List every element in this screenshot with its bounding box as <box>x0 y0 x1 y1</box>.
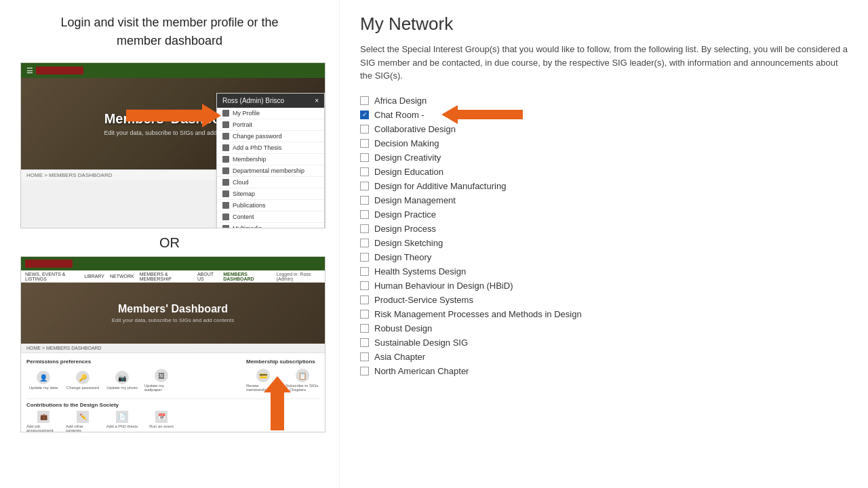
dropdown-user: Ross (Admin) Brisco <box>222 97 284 104</box>
dropdown-close[interactable]: × <box>315 97 319 104</box>
dropdown-item[interactable]: My Profile <box>217 108 324 119</box>
sig-item-process: Design Process <box>360 222 848 236</box>
sig-label-education: Design Education <box>374 167 443 177</box>
run-event-icon: 📅 <box>155 411 167 423</box>
sig-checkbox-robust[interactable] <box>360 324 369 333</box>
sig-checkbox-practice[interactable] <box>360 210 369 219</box>
ss2-nav: NEWS, EVENTS & LISTINGS LIBRARY NETWORK … <box>21 270 325 283</box>
sig-checkbox-theory[interactable] <box>360 253 369 262</box>
ss2-logo <box>25 260 73 268</box>
sig-checkbox-additive[interactable] <box>360 182 369 190</box>
sig-item-sustainable: Sustainable Design SIG <box>360 336 848 350</box>
change-password-icon: 🔑 <box>76 371 90 384</box>
arrow-up <box>264 376 291 430</box>
arrow-right <box>126 104 221 127</box>
screenshot1: ☰ Members' Dashboard Edit your data, sub… <box>20 62 326 228</box>
membership-section-label: Membership subscriptions <box>246 359 319 365</box>
dropdown-item[interactable]: Sitemap <box>217 188 324 200</box>
nav-item[interactable]: LIBRARY <box>84 274 104 279</box>
arrow-up-container <box>264 376 291 430</box>
hamburger-icon: ☰ <box>26 66 33 75</box>
icon-update-data[interactable]: 👤 Update my data <box>26 371 60 390</box>
sig-item-decision: Decision Making <box>360 136 848 150</box>
icon-run-event[interactable]: 📅 Run an event <box>144 411 178 432</box>
sig-checkbox-chatroom[interactable] <box>360 110 369 119</box>
sig-checkbox-process[interactable] <box>360 224 369 233</box>
network-description: Select the Special Interest Group(s) tha… <box>360 43 848 83</box>
dropdown-item[interactable]: Content <box>217 211 324 223</box>
sig-checkbox-decision[interactable] <box>360 139 369 148</box>
thesis-icon <box>222 144 229 151</box>
right-panel: My Network Select the Special Interest G… <box>339 0 868 488</box>
sig-item-asia: Asia Chapter <box>360 350 848 364</box>
sig-item-education: Design Education <box>360 165 848 179</box>
sig-label-process: Design Process <box>374 224 436 234</box>
or-text: OR <box>20 235 319 251</box>
sig-label-pss: Product-Service Systems <box>374 295 473 305</box>
dropdown-item[interactable]: Departmental membership <box>217 165 324 177</box>
ss1-hero: Members' Dashboard Edit your data, subsc… <box>21 78 325 169</box>
icon-change-password[interactable]: 🔑 Change password <box>66 371 100 390</box>
ss2-hero-sub: Edit your data, subscribe to SIGs and ad… <box>112 317 235 323</box>
sig-label-northamerica: North American Chapter <box>374 366 469 376</box>
sig-item-health: Health Systems Design <box>360 264 848 279</box>
sig-checkbox-management[interactable] <box>360 196 369 205</box>
nav-item[interactable]: NEWS, EVENTS & LISTINGS <box>25 272 79 281</box>
ss2-topbar <box>21 257 325 270</box>
add-contents-icon: ✏️ <box>77 411 89 423</box>
cloud-icon <box>222 179 229 186</box>
sig-checkbox-sketching[interactable] <box>360 239 369 247</box>
icon-add-job[interactable]: 💼 Add job announcement <box>26 411 60 432</box>
profile-icon <box>222 110 229 117</box>
password-icon <box>222 133 229 140</box>
dropdown-item[interactable]: Portrait <box>217 119 324 131</box>
dropdown-item[interactable]: Add a PhD Thesis <box>217 142 324 154</box>
sig-item-pss: Product-Service Systems <box>360 293 848 307</box>
dropdown-item[interactable]: Change password <box>217 131 324 142</box>
network-title: My Network <box>360 14 848 35</box>
nav-item-dashboard[interactable]: MEMBERS DASHBOARD <box>223 272 271 281</box>
nav-item[interactable]: NETWORK <box>110 274 134 279</box>
sig-label-additive: Design for Additive Manufacturing <box>374 181 506 191</box>
sig-label-collaborative: Collaborative Design <box>374 124 456 134</box>
sig-checkbox-creativity[interactable] <box>360 153 369 162</box>
ss2-hero-title: Members' Dashboard <box>118 303 228 315</box>
sig-list: Africa Design Chat Room - Collaborative … <box>360 94 848 378</box>
sig-checkbox-pss[interactable] <box>360 296 369 304</box>
sig-checkbox-collaborative[interactable] <box>360 125 369 134</box>
update-wallpaper-icon: 🖼 <box>155 369 168 382</box>
sitemap-icon <box>222 190 229 197</box>
sig-checkbox-sustainable[interactable] <box>360 338 369 347</box>
ss2-hero: Members' Dashboard Edit your data, subsc… <box>21 283 325 344</box>
sig-checkbox-health[interactable] <box>360 267 369 276</box>
dropdown-item[interactable]: Publications <box>217 200 324 211</box>
sig-checkbox-northamerica[interactable] <box>360 367 369 375</box>
sig-checkbox-africa[interactable] <box>360 96 369 105</box>
sig-checkbox-risk[interactable] <box>360 310 369 319</box>
nav-item[interactable]: ABOUT US <box>197 272 218 281</box>
nav-item[interactable]: MEMBERS & MEMBERSHIP <box>140 272 192 281</box>
sig-label-health: Health Systems Design <box>374 266 466 277</box>
dropdown-item[interactable]: Membership <box>217 154 324 165</box>
dropdown-menu: Ross (Admin) Brisco × My Profile Portrai… <box>216 93 325 228</box>
icon-add-contents[interactable]: ✏️ Add other contents <box>66 411 100 432</box>
sig-label-sketching: Design Sketching <box>374 238 443 248</box>
sig-item-chatroom: Chat Room - <box>360 108 848 122</box>
sig-checkbox-hbid[interactable] <box>360 281 369 290</box>
sig-label-creativity: Design Creativity <box>374 152 441 163</box>
instruction-text: Login and visit the member profile or th… <box>20 14 319 50</box>
portrait-icon <box>222 121 229 128</box>
sig-item-northamerica: North American Chapter <box>360 364 848 378</box>
sig-checkbox-asia[interactable] <box>360 352 369 361</box>
dropdown-item[interactable]: Multimedia <box>217 223 324 228</box>
add-job-icon: 💼 <box>37 411 50 423</box>
icon-add-thesis[interactable]: 📄 Add a PhD thesis <box>105 411 139 432</box>
ss1-logo <box>36 66 83 75</box>
sig-checkbox-education[interactable] <box>360 167 369 176</box>
sig-item-sketching: Design Sketching <box>360 236 848 250</box>
icon-update-wallpaper[interactable]: 🖼 Update my wallpaper <box>144 369 178 392</box>
dropdown-item[interactable]: Cloud <box>217 177 324 188</box>
sig-label-management: Design Management <box>374 195 456 205</box>
sig-item-africa: Africa Design <box>360 94 848 108</box>
icon-update-photo[interactable]: 📷 Update my photo <box>105 371 139 390</box>
